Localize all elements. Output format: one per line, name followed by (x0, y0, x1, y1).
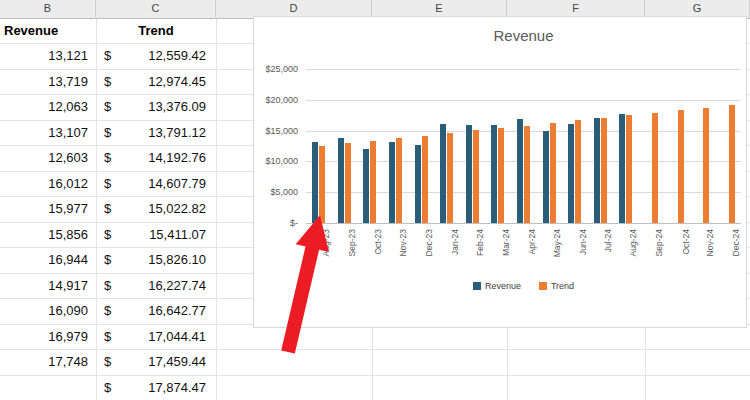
red-arrow-shape[interactable] (281, 215, 329, 354)
red-arrow-annotation (0, 0, 750, 400)
excel-window: BCDEFG RevenueTrend13,121$12,559.4213,71… (0, 0, 750, 400)
